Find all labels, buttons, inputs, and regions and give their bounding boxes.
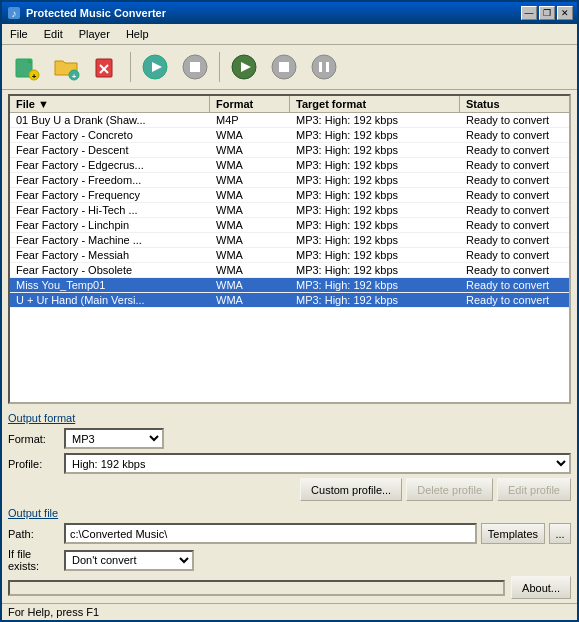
window-title: Protected Music Converter xyxy=(26,7,521,19)
profile-row: Profile: High: 192 kbps Medium: 128 kbps… xyxy=(8,453,571,474)
svg-rect-20 xyxy=(319,62,322,72)
table-row[interactable]: Miss You_Temp01 WMA MP3: High: 192 kbps … xyxy=(10,278,569,293)
table-row[interactable]: Fear Factory - Frequency WMA MP3: High: … xyxy=(10,188,569,203)
file-exists-select[interactable]: Don't convert Overwrite Rename xyxy=(64,550,194,571)
status-text: For Help, press F1 xyxy=(8,606,99,618)
output-file-section-label: Output file xyxy=(8,507,571,519)
cell-file: Fear Factory - Linchpin xyxy=(10,218,210,232)
custom-profile-button[interactable]: Custom profile... xyxy=(300,478,402,501)
close-button[interactable]: ✕ xyxy=(557,6,573,20)
path-input[interactable] xyxy=(64,523,477,544)
cell-file: Fear Factory - Obsolete xyxy=(10,263,210,277)
cell-status: Ready to convert xyxy=(460,173,569,187)
table-row[interactable]: Fear Factory - Machine ... WMA MP3: High… xyxy=(10,233,569,248)
minimize-button[interactable]: — xyxy=(521,6,537,20)
cell-status: Ready to convert xyxy=(460,158,569,172)
about-button[interactable]: About... xyxy=(511,576,571,599)
convert-button[interactable] xyxy=(226,49,262,85)
menu-bar: File Edit Player Help xyxy=(2,24,577,45)
cell-target: MP3: High: 192 kbps xyxy=(290,293,460,307)
cell-target: MP3: High: 192 kbps xyxy=(290,158,460,172)
delete-profile-button[interactable]: Delete profile xyxy=(406,478,493,501)
table-row[interactable]: Fear Factory - Obsolete WMA MP3: High: 1… xyxy=(10,263,569,278)
stop-playing-button[interactable] xyxy=(177,49,213,85)
cell-target: MP3: High: 192 kbps xyxy=(290,143,460,157)
pause-convert-button[interactable] xyxy=(306,49,342,85)
cell-format: WMA xyxy=(210,248,290,262)
stop-convert-button[interactable] xyxy=(266,49,302,85)
svg-rect-18 xyxy=(279,62,289,72)
status-bar: For Help, press F1 xyxy=(2,603,577,620)
table-row[interactable]: Fear Factory - Messiah WMA MP3: High: 19… xyxy=(10,248,569,263)
file-list-area: File ▼ Format Target format Status 01 Bu… xyxy=(8,94,571,404)
browse-button[interactable]: ... xyxy=(549,523,571,544)
templates-button[interactable]: Templates xyxy=(481,523,545,544)
cell-status: Ready to convert xyxy=(460,218,569,232)
cell-format: WMA xyxy=(210,203,290,217)
menu-help[interactable]: Help xyxy=(118,26,157,42)
profile-select[interactable]: High: 192 kbps Medium: 128 kbps Low: 64 … xyxy=(64,453,571,474)
table-row[interactable]: Fear Factory - Hi-Tech ... WMA MP3: High… xyxy=(10,203,569,218)
table-row[interactable]: Fear Factory - Edgecrus... WMA MP3: High… xyxy=(10,158,569,173)
file-list-body[interactable]: 01 Buy U a Drank (Shaw... M4P MP3: High:… xyxy=(10,113,569,402)
title-bar-buttons: — ❐ ✕ xyxy=(521,6,573,20)
cell-format: WMA xyxy=(210,233,290,247)
svg-rect-21 xyxy=(326,62,329,72)
add-files-button[interactable]: + xyxy=(8,49,44,85)
column-header-file[interactable]: File ▼ xyxy=(10,96,210,112)
table-row[interactable]: 01 Buy U a Drank (Shaw... M4P MP3: High:… xyxy=(10,113,569,128)
cell-target: MP3: High: 192 kbps xyxy=(290,278,460,292)
cell-status: Ready to convert xyxy=(460,263,569,277)
menu-player[interactable]: Player xyxy=(71,26,118,42)
cell-file: Fear Factory - Freedom... xyxy=(10,173,210,187)
cell-target: MP3: High: 192 kbps xyxy=(290,128,460,142)
svg-text:+: + xyxy=(72,72,77,81)
svg-text:♪: ♪ xyxy=(12,8,17,19)
format-label: Format: xyxy=(8,433,60,445)
edit-profile-button[interactable]: Edit profile xyxy=(497,478,571,501)
path-label: Path: xyxy=(8,528,60,540)
main-window: ♪ Protected Music Converter — ❐ ✕ File E… xyxy=(0,0,579,622)
cell-status: Ready to convert xyxy=(460,113,569,127)
play-original-button[interactable] xyxy=(137,49,173,85)
cell-target: MP3: High: 192 kbps xyxy=(290,233,460,247)
cell-target: MP3: High: 192 kbps xyxy=(290,263,460,277)
cell-file: Fear Factory - Machine ... xyxy=(10,233,210,247)
restore-button[interactable]: ❐ xyxy=(539,6,555,20)
remove-button[interactable] xyxy=(88,49,124,85)
table-row[interactable]: Fear Factory - Freedom... WMA MP3: High:… xyxy=(10,173,569,188)
toolbar: + + xyxy=(2,45,577,90)
cell-file: Fear Factory - Frequency xyxy=(10,188,210,202)
cell-target: MP3: High: 192 kbps xyxy=(290,188,460,202)
profile-buttons: Custom profile... Delete profile Edit pr… xyxy=(8,478,571,501)
cell-format: WMA xyxy=(210,278,290,292)
menu-file[interactable]: File xyxy=(2,26,36,42)
cell-format: WMA xyxy=(210,128,290,142)
bottom-panel: Output format Format: MP3 WMA OGG AAC WA… xyxy=(2,408,577,603)
app-icon: ♪ xyxy=(6,5,22,21)
add-folder-button[interactable]: + xyxy=(48,49,84,85)
svg-point-19 xyxy=(312,55,336,79)
cell-format: WMA xyxy=(210,158,290,172)
cell-file: 01 Buy U a Drank (Shaw... xyxy=(10,113,210,127)
file-list-header: File ▼ Format Target format Status xyxy=(10,96,569,113)
column-header-format[interactable]: Format xyxy=(210,96,290,112)
cell-status: Ready to convert xyxy=(460,233,569,247)
table-row[interactable]: U + Ur Hand (Main Versi... WMA MP3: High… xyxy=(10,293,569,308)
cell-file: Fear Factory - Descent xyxy=(10,143,210,157)
menu-edit[interactable]: Edit xyxy=(36,26,71,42)
cell-target: MP3: High: 192 kbps xyxy=(290,113,460,127)
cell-format: WMA xyxy=(210,143,290,157)
table-row[interactable]: Fear Factory - Linchpin WMA MP3: High: 1… xyxy=(10,218,569,233)
file-exists-row: If file exists: Don't convert Overwrite … xyxy=(8,548,571,572)
column-header-status[interactable]: Status xyxy=(460,96,569,112)
cell-format: WMA xyxy=(210,218,290,232)
column-header-target[interactable]: Target format xyxy=(290,96,460,112)
cell-file: Fear Factory - Hi-Tech ... xyxy=(10,203,210,217)
cell-status: Ready to convert xyxy=(460,128,569,142)
format-select[interactable]: MP3 WMA OGG AAC WAV xyxy=(64,428,164,449)
table-row[interactable]: Fear Factory - Descent WMA MP3: High: 19… xyxy=(10,143,569,158)
cell-file: Fear Factory - Messiah xyxy=(10,248,210,262)
title-bar: ♪ Protected Music Converter — ❐ ✕ xyxy=(2,2,577,24)
table-row[interactable]: Fear Factory - Concreto WMA MP3: High: 1… xyxy=(10,128,569,143)
